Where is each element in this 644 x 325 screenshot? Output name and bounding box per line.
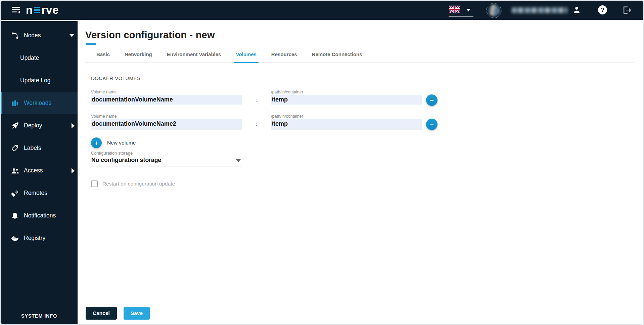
remove-volume-button[interactable]: − [426, 94, 438, 106]
volume-row: Volume name : /path/in/container − [91, 90, 643, 105]
tab-bar: Basic Networking Environment Variables V… [85, 51, 634, 63]
chevron-right-icon [72, 168, 75, 173]
new-volume-label: New volume [107, 140, 136, 146]
tab-volumes[interactable]: Volumes [236, 51, 256, 62]
sidebar-item-label: Deploy [24, 122, 42, 129]
docker-icon [10, 235, 19, 242]
form-actions: Cancel Save [86, 307, 150, 320]
container-path-input[interactable] [271, 119, 422, 129]
volume-name-label: Volume name [91, 90, 242, 94]
system-info-link[interactable]: SYSTEM INFO [1, 313, 78, 319]
minus-icon: − [430, 121, 434, 128]
colon-separator: : [242, 97, 271, 105]
main-content: Version configuration - new Basic Networ… [78, 21, 643, 324]
topbar: n rve ? [1, 1, 643, 20]
cancel-button[interactable]: Cancel [86, 307, 117, 320]
sidebar-item-deploy[interactable]: Deploy [1, 114, 78, 137]
bell-icon [10, 212, 19, 220]
help-icon[interactable]: ? [598, 5, 607, 14]
sidebar-item-update-log[interactable]: Update Log [1, 69, 78, 92]
nerve-logo: n rve [26, 4, 59, 15]
sidebar-item-label: Notifications [24, 212, 56, 219]
save-button[interactable]: Save [124, 307, 150, 320]
logo-text-n: n [26, 4, 33, 15]
rocket-icon [10, 122, 19, 130]
workloads-icon [10, 99, 19, 108]
remote-icon [10, 189, 19, 197]
configuration-storage-select[interactable]: No configuration storage [91, 156, 242, 166]
sidebar-item-registry[interactable]: Registry [1, 227, 78, 249]
title-accent-bar [86, 43, 96, 45]
people-icon [10, 167, 19, 175]
sidebar-item-labels[interactable]: Labels [1, 137, 78, 159]
container-path-input[interactable] [271, 95, 422, 105]
logo-e-bars-icon [34, 7, 40, 13]
sidebar-item-notifications[interactable]: Notifications [1, 204, 78, 227]
caret-down-icon [466, 9, 471, 11]
menu-collapse-icon[interactable] [12, 6, 21, 14]
tag-icon [10, 144, 19, 152]
logout-icon[interactable] [622, 5, 632, 16]
volume-name-label: Volume name [91, 114, 242, 119]
configuration-storage-value: No configuration storage [91, 157, 161, 163]
sidebar-item-label: Registry [24, 235, 45, 242]
container-path-label: /path/in/container [271, 90, 422, 94]
minus-icon: − [430, 97, 434, 104]
sidebar-item-nodes[interactable]: Nodes [1, 24, 78, 47]
restart-option: Restart on configuration update [91, 180, 643, 187]
volume-row: Volume name : /path/in/container − [91, 114, 643, 129]
tab-resources[interactable]: Resources [271, 51, 297, 62]
restart-checkbox-label: Restart on configuration update [102, 181, 175, 187]
remove-volume-button[interactable]: − [426, 119, 438, 130]
restart-checkbox [91, 180, 98, 187]
sidebar-item-label: Update Log [20, 77, 51, 84]
container-path-label: /path/in/container [271, 114, 422, 119]
new-volume-button[interactable]: + New volume [91, 137, 643, 148]
plus-icon[interactable]: + [91, 137, 102, 148]
logo-text-rve: rve [41, 4, 59, 15]
screen: n rve ? [0, 0, 644, 325]
uk-flag-icon [449, 6, 460, 13]
page-title: Version configuration - new [85, 30, 643, 41]
user-name-blurred [512, 7, 567, 13]
sidebar-item-label: Update [20, 54, 39, 62]
sidebar-item-workloads[interactable]: Workloads [1, 92, 78, 114]
chevron-down-icon [69, 34, 75, 37]
sidebar-item-label: Remotes [24, 190, 47, 197]
sidebar-item-label: Labels [24, 145, 41, 152]
tab-environment-variables[interactable]: Environment Variables [167, 51, 221, 62]
sidebar: Nodes Update Update Log Workloads [1, 21, 78, 324]
chevron-right-icon [72, 123, 75, 128]
sidebar-item-remotes[interactable]: Remotes [1, 182, 78, 204]
sidebar-item-access[interactable]: Access [1, 159, 78, 182]
tab-networking[interactable]: Networking [125, 51, 152, 62]
app-window: n rve ? [0, 0, 644, 325]
configuration-storage-label: Configuration storage [91, 151, 242, 156]
docker-volumes-section: DOCKER VOLUMES Volume name : /path/in/co… [91, 75, 643, 187]
tab-remote-connections[interactable]: Remote Connections [312, 51, 362, 62]
sidebar-item-label: Workloads [24, 99, 51, 107]
configuration-storage-field: Configuration storage No configuration s… [91, 151, 242, 166]
sidebar-item-label: Nodes [24, 32, 41, 39]
colon-separator: : [242, 121, 271, 129]
sidebar-item-label: Access [24, 167, 43, 174]
tab-basic[interactable]: Basic [96, 51, 110, 62]
nodes-icon [10, 32, 19, 40]
caret-down-icon [236, 159, 241, 162]
volume-name-input[interactable] [91, 95, 242, 105]
language-selector[interactable] [449, 4, 473, 17]
sidebar-item-update[interactable]: Update [1, 47, 78, 69]
avatar [486, 3, 502, 18]
account-icon[interactable] [572, 5, 581, 16]
volume-name-input[interactable] [91, 119, 242, 129]
section-title: DOCKER VOLUMES [91, 75, 643, 81]
